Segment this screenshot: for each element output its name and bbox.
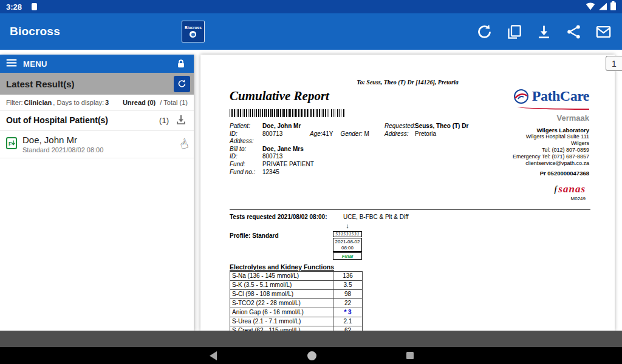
pages-icon — [506, 24, 522, 40]
patient-info-block: Patient:Doe, John Mr ID:800713Age:41YGen… — [230, 123, 369, 176]
email-button[interactable] — [594, 22, 612, 41]
hamburger-icon[interactable] — [6, 58, 17, 70]
filter-days-label: , Days to display: — [53, 99, 104, 106]
content-area: To: Seuss, Theo (T) Dr [14126], Pretoria… — [0, 50, 622, 331]
lock-button[interactable] — [174, 57, 188, 70]
biocross-logo-icon: Biocross — [182, 21, 205, 42]
status-bar: 3:28 — [0, 0, 622, 13]
specimen-datetime: 2021-08-02 08:00 — [333, 238, 362, 252]
requested-address-value: Pretoria — [415, 130, 436, 137]
recents-icon — [406, 352, 414, 359]
result-status: Final — [333, 252, 362, 260]
app-actions — [475, 22, 612, 41]
bill-id-value: 800713 — [262, 153, 282, 160]
requested-info-block: Requested:Seuss, Theo (T) Dr Address:Pre… — [384, 123, 468, 138]
total-count: / Total (1) — [160, 99, 188, 106]
sanas-code: M0249 — [553, 196, 586, 201]
mail-icon — [595, 24, 612, 40]
download-tray-icon — [175, 114, 187, 126]
sanas-logo: ƒsanas M0249 — [553, 184, 586, 201]
app-bar: Biocross Biocross — [0, 13, 622, 50]
pathcare-emblem-icon — [513, 89, 529, 104]
out-of-hospital-section: Out of Hospital Patient(s) (1) — [0, 110, 194, 130]
share-icon — [566, 24, 582, 40]
nav-recents-button[interactable] — [406, 352, 414, 359]
patient-age-value: 41Y — [323, 130, 333, 137]
patient-name-value: Doe, John Mr — [262, 123, 301, 129]
viewer-bottom-strip — [0, 331, 622, 347]
download-button[interactable] — [535, 22, 553, 41]
requested-doctor-value: Seuss, Theo (T) Dr — [415, 123, 468, 129]
lock-icon — [176, 58, 186, 70]
results-table: S-Na (136 - 145 mmol/L)136 S-K (3.5 - 5.… — [230, 271, 363, 331]
sidebar: MENU Latest Result(s) Filter: Clinician … — [0, 55, 194, 331]
latest-results-title: Latest Result(s) — [6, 79, 75, 89]
report-to-line: To: Seuss, Theo (T) Dr [14126], Pretoria — [200, 79, 615, 86]
pathcare-swoosh — [518, 107, 589, 110]
practice-number: Pr 0520000047368 — [513, 170, 589, 177]
patient-id-value: 800713 — [262, 130, 310, 138]
clock: 3:28 — [6, 2, 22, 12]
down-arrow: ↓ — [333, 222, 362, 229]
pages-button[interactable] — [505, 22, 523, 41]
unread-count: Unread (0) — [123, 99, 156, 106]
tests-requested-value: UCE, B-FBC & Plt & Diff — [343, 214, 409, 220]
table-row: S-Urea (2.1 - 7.1 mmol/L)2.1 — [230, 317, 363, 326]
report-page[interactable]: To: Seuss, Theo (T) Dr [14126], Pretoria… — [200, 55, 615, 331]
specimen-number: 531531531 — [333, 231, 362, 237]
table-row: S-K (3.5 - 5.1 mmol/L)3.5 — [230, 281, 363, 290]
section-count: (1) — [159, 116, 169, 125]
patient-list-name: Doe, John Mr — [22, 135, 103, 145]
battery-icon — [610, 1, 616, 13]
nav-home-button[interactable] — [307, 351, 316, 360]
filter-prefix: Filter: — [6, 99, 23, 106]
nav-back-button[interactable] — [208, 351, 217, 361]
table-row: S-Na (136 - 145 mmol/L)136 — [230, 272, 363, 281]
filter-clinician: Clinician — [24, 99, 52, 106]
download-all-button[interactable] — [174, 113, 188, 127]
out-of-hospital-title: Out of Hospital Patient(s) — [6, 115, 108, 125]
menu-label: MENU — [23, 59, 47, 69]
refresh-results-button[interactable] — [174, 76, 190, 92]
table-row: S-TCO2 (22 - 28 mmol/L)22 — [230, 299, 363, 308]
latest-results-header: Latest Result(s) — [0, 73, 194, 95]
svg-text:F: F — [9, 140, 12, 146]
signal-icon — [598, 2, 607, 13]
logo-emblem-icon — [190, 31, 196, 38]
patient-list-item[interactable]: F Doe, John Mr Standard 2021/08/02 08:00… — [0, 130, 194, 158]
table-row: S-Cl (98 - 108 mmol/L)98 — [230, 290, 363, 299]
pathcare-branch: Vermaak — [557, 113, 590, 123]
status-icons — [586, 1, 616, 13]
notification-icon — [32, 3, 37, 10]
share-button[interactable] — [564, 22, 583, 41]
profile-label: Profile: Standard — [230, 232, 279, 239]
tap-hand-icon: ☝ — [177, 136, 190, 153]
fund-value: PRIVATE PATIENT — [262, 161, 314, 167]
refresh-icon — [476, 24, 493, 40]
divider-rule — [230, 209, 590, 210]
home-icon — [307, 351, 316, 360]
pathcare-logo: PathCare — [513, 88, 589, 104]
billto-value: Doe, Jane Mrs — [262, 146, 304, 152]
table-row: S-Creat (62 - 115 umol/L)62 — [230, 326, 363, 331]
android-nav-bar — [0, 347, 622, 364]
menu-bar[interactable]: MENU — [0, 55, 194, 73]
lab-address-block: Wilgers Laboratory Wilgers Hospital Suit… — [513, 127, 589, 177]
result-column-header: 531531531 2021-08-02 08:00 Final — [333, 231, 362, 260]
logo-caption: Biocross — [185, 25, 202, 30]
app-title: Biocross — [10, 25, 60, 38]
pathcare-brand-text: PathCare — [532, 88, 589, 104]
patient-gender-value: M — [364, 130, 369, 137]
section-header: Electrolytes and Kidney Functions — [230, 263, 334, 271]
barcode — [230, 109, 345, 117]
table-row: Anion Gap (6 - 16 mmol/L)* 3 — [230, 308, 363, 317]
filter-days-value: 3 — [105, 99, 109, 106]
download-icon — [536, 24, 552, 40]
back-icon — [208, 351, 217, 361]
refresh-button[interactable] — [475, 22, 493, 41]
report-title: Cumulative Report — [230, 89, 329, 104]
flagged-value: * 3 — [333, 308, 363, 317]
wifi-icon — [586, 2, 595, 13]
refresh-icon — [177, 78, 186, 89]
filter-row: Filter: Clinician , Days to display: 3 U… — [0, 95, 194, 110]
